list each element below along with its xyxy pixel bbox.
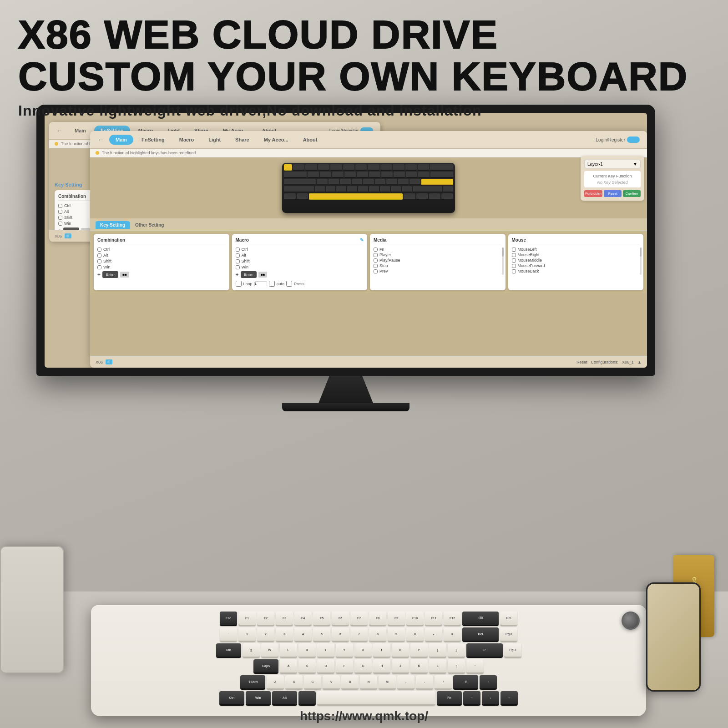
media-stop-check[interactable] [374, 264, 378, 268]
front-tab-myacco[interactable]: My Acco... [258, 135, 295, 145]
phys-w[interactable]: W [261, 643, 278, 658]
phys-b[interactable]: B [341, 675, 359, 690]
phys-rshift[interactable]: ⇧ [453, 675, 478, 690]
phys-h[interactable]: H [373, 659, 390, 674]
phys-6[interactable]: 6 [332, 627, 349, 642]
front-tab-about[interactable]: About [297, 135, 324, 145]
phys-y[interactable]: Y [336, 643, 353, 658]
layer-select[interactable]: Layer-1 ▼ [584, 160, 641, 168]
phys-rbracket[interactable]: ] [448, 643, 465, 658]
fke[interactable] [332, 172, 344, 178]
fk-down[interactable] [429, 193, 441, 200]
fkk[interactable] [398, 179, 409, 185]
phys-f9[interactable]: F9 [388, 612, 405, 626]
back-tab-main[interactable]: Main [68, 126, 92, 136]
phys-left[interactable]: ← [463, 691, 480, 706]
phys-period[interactable]: . [416, 675, 433, 690]
phys-minus[interactable]: - [425, 627, 442, 642]
fkj[interactable] [386, 179, 397, 185]
media-playpause-check[interactable] [374, 258, 378, 263]
fk9[interactable] [380, 164, 392, 171]
media-prev-check[interactable] [374, 269, 378, 273]
phys-p[interactable]: P [410, 643, 428, 658]
fka[interactable] [317, 179, 327, 185]
alt-check[interactable] [97, 253, 101, 258]
phys-lshift[interactable]: ⇧Shift [240, 675, 265, 690]
fk-alt[interactable] [297, 193, 308, 200]
fk11[interactable] [405, 164, 417, 171]
fk-tab[interactable] [284, 172, 307, 178]
fkm[interactable] [380, 186, 390, 192]
phys-f5[interactable]: F5 [313, 612, 330, 626]
fk-lctrl[interactable] [284, 193, 296, 200]
fk-backspace[interactable] [430, 172, 453, 178]
key-setting-tab[interactable]: Key Setting [96, 221, 130, 229]
loop-check[interactable] [236, 281, 242, 287]
phys-7[interactable]: 7 [350, 627, 368, 642]
fkx[interactable] [326, 186, 336, 192]
fk1[interactable] [284, 164, 292, 171]
phys-a[interactable]: A [280, 659, 297, 674]
phys-9[interactable]: 9 [388, 627, 405, 642]
phys-j[interactable]: J [392, 659, 409, 674]
front-tab-main[interactable]: Main [109, 135, 133, 145]
fk-left[interactable] [416, 193, 428, 200]
phys-e[interactable]: E [280, 643, 297, 658]
phys-i[interactable]: I [373, 643, 390, 658]
phys-comma[interactable]: , [397, 675, 415, 690]
mouse-scrollbar[interactable] [640, 248, 642, 275]
phys-backspace[interactable]: ⌫ [462, 612, 499, 626]
phys-f8[interactable]: F8 [369, 612, 386, 626]
phys-lalt[interactable]: Alt [272, 691, 297, 706]
back-win-check[interactable] [58, 222, 62, 226]
media-scrollbar[interactable] [502, 248, 504, 275]
phys-f7[interactable]: F7 [350, 612, 368, 626]
back-shift-check[interactable] [58, 216, 62, 220]
phys-5[interactable]: 5 [313, 627, 330, 642]
phys-f6[interactable]: F6 [332, 612, 349, 626]
mouse-left-check[interactable] [512, 248, 516, 252]
shift-check[interactable] [97, 259, 101, 263]
phys-esc[interactable]: Esc [220, 612, 237, 626]
phys-home[interactable]: Hm [500, 612, 517, 626]
win-check[interactable] [97, 265, 101, 269]
mouse-right-check[interactable] [512, 253, 516, 257]
fk-rshift[interactable] [413, 186, 443, 192]
fkr[interactable] [344, 172, 356, 178]
phys-tab[interactable]: Tab [216, 643, 241, 658]
confirm-button[interactable]: Confirm [623, 190, 641, 197]
fkv[interactable] [347, 186, 357, 192]
phys-l[interactable]: L [429, 659, 446, 674]
fkq[interactable] [308, 172, 319, 178]
volume-knob[interactable] [622, 612, 640, 630]
phys-pgdn[interactable]: PgD [504, 643, 521, 658]
fk4[interactable] [318, 164, 329, 171]
phys-enter[interactable]: ↵ [466, 643, 503, 658]
phys-down[interactable]: ↓ [482, 691, 499, 706]
phys-m[interactable]: M [379, 675, 396, 690]
fk-up[interactable] [443, 186, 453, 192]
front-tab-light[interactable]: Light [202, 135, 227, 145]
fku[interactable] [381, 172, 393, 178]
fk7[interactable] [355, 164, 367, 171]
phys-o[interactable]: O [392, 643, 409, 658]
phys-tilde[interactable]: ` [220, 627, 237, 642]
macro-win-check[interactable] [236, 265, 240, 269]
fkp[interactable] [418, 172, 430, 178]
fkh[interactable] [375, 179, 385, 185]
phys-4[interactable]: 4 [294, 627, 312, 642]
fky[interactable] [369, 172, 380, 178]
phys-3[interactable]: 3 [276, 627, 293, 642]
fk2[interactable] [293, 164, 304, 171]
fk-fn[interactable] [404, 193, 415, 200]
phys-r[interactable]: R [298, 643, 316, 658]
phys-c[interactable]: C [304, 675, 321, 690]
auto-check[interactable] [269, 281, 275, 287]
mouse-back-check[interactable] [512, 269, 516, 273]
fkg[interactable] [363, 179, 374, 185]
phys-g[interactable]: G [354, 659, 372, 674]
fkn[interactable] [369, 186, 379, 192]
bottom-reset-btn[interactable]: Reset [576, 360, 587, 364]
forbidden-button[interactable]: Forbidden [584, 190, 602, 197]
phys-f2[interactable]: F2 [257, 612, 274, 626]
